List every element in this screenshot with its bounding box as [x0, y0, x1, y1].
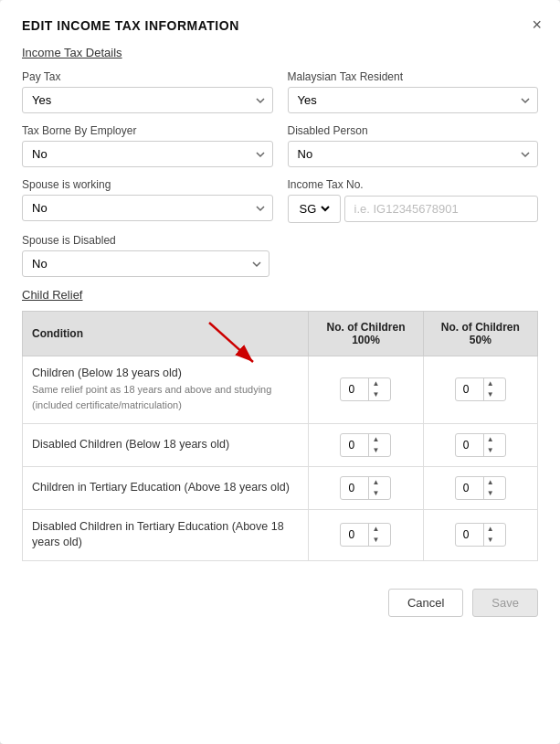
condition-cell: Disabled Children in Tertiary Education …	[23, 509, 309, 560]
children-50-header: No. of Children 50%	[423, 312, 537, 356]
spinner-up-50[interactable]: ▲	[484, 524, 497, 535]
number-input-50-field[interactable]	[456, 478, 483, 498]
spinner-up-50[interactable]: ▲	[484, 477, 497, 488]
spinners-50: ▲ ▼	[483, 477, 497, 499]
spinner-down-100[interactable]: ▼	[369, 445, 382, 456]
spinner-up-100[interactable]: ▲	[369, 434, 382, 445]
condition-text: Children in Tertiary Education (Above 18…	[32, 481, 290, 494]
spouse-working-select[interactable]: No Yes	[22, 195, 273, 221]
disabled-person-select[interactable]: No Yes	[288, 141, 539, 167]
number-input-100: ▲ ▼	[340, 476, 391, 500]
income-tax-prefix-select[interactable]: SG MY	[296, 201, 333, 217]
spouse-working-group: Spouse is working No Yes	[22, 178, 273, 223]
children-100-header: No. of Children 100%	[309, 312, 423, 356]
condition-text: Disabled Children (Below 18 years old)	[32, 438, 229, 451]
spinner-up-50[interactable]: ▲	[484, 378, 497, 389]
child-table-body: Children (Below 18 years old) Same relie…	[23, 356, 538, 561]
condition-text: Children (Below 18 years old)	[32, 367, 182, 379]
spinner-down-100[interactable]: ▼	[369, 488, 382, 499]
footer-buttons: Cancel Save	[22, 579, 538, 617]
spinner-down-50[interactable]: ▼	[484, 488, 497, 499]
close-button[interactable]: ×	[532, 16, 542, 33]
spinner-up-100[interactable]: ▲	[369, 477, 382, 488]
spinners-100: ▲ ▼	[368, 477, 382, 499]
number-input-50-field[interactable]	[456, 435, 483, 455]
spinner-down-50[interactable]: ▼	[484, 445, 497, 456]
number-input-50: ▲ ▼	[455, 377, 506, 401]
spinners-50: ▲ ▼	[483, 378, 497, 400]
condition-cell: Children (Below 18 years old) Same relie…	[23, 356, 309, 424]
child-relief-table: Condition No. of Children 100% No. of Ch…	[22, 311, 538, 561]
spinner-up-100[interactable]: ▲	[369, 524, 382, 535]
number-input-50: ▲ ▼	[455, 476, 506, 500]
table-header-row: Condition No. of Children 100% No. of Ch…	[23, 312, 538, 356]
child-relief-link[interactable]: Child Relief	[22, 288, 82, 302]
number-cell-50: ▲ ▼	[423, 466, 537, 509]
spinners-100: ▲ ▼	[368, 434, 382, 456]
income-tax-no-label: Income Tax No.	[288, 178, 539, 191]
tax-borne-select[interactable]: No Yes	[22, 141, 273, 167]
income-tax-no-group: Income Tax No. SG MY	[288, 178, 539, 223]
form-row-4: Spouse is Disabled No Yes	[22, 234, 538, 277]
income-tax-input-row: SG MY	[288, 195, 539, 223]
condition-header: Condition	[23, 312, 309, 356]
income-tax-text-input[interactable]	[344, 196, 539, 222]
condition-subtext: Same relief point as 18 years and above …	[32, 384, 271, 411]
malaysian-tax-resident-label: Malaysian Tax Resident	[288, 70, 539, 83]
spinner-down-100[interactable]: ▼	[369, 535, 382, 546]
condition-cell: Disabled Children (Below 18 years old)	[23, 423, 309, 466]
spouse-disabled-group: Spouse is Disabled No Yes	[22, 234, 269, 277]
form-row-3: Spouse is working No Yes Income Tax No. …	[22, 178, 538, 223]
table-row: Disabled Children in Tertiary Education …	[23, 509, 538, 560]
number-input-100-field[interactable]	[341, 525, 368, 545]
number-input-100-field[interactable]	[341, 379, 368, 399]
spinners-100: ▲ ▼	[368, 524, 382, 546]
number-cell-100: ▲ ▼	[309, 466, 423, 509]
spinner-down-100[interactable]: ▼	[369, 389, 382, 400]
number-input-50-field[interactable]	[456, 525, 483, 545]
number-input-50-field[interactable]	[456, 379, 483, 399]
number-input-50: ▲ ▼	[455, 433, 506, 457]
number-cell-50: ▲ ▼	[423, 423, 537, 466]
table-row: Children in Tertiary Education (Above 18…	[23, 466, 538, 509]
number-cell-100: ▲ ▼	[309, 509, 423, 560]
number-cell-100: ▲ ▼	[309, 356, 423, 424]
income-tax-prefix: SG MY	[288, 195, 341, 223]
spinner-up-50[interactable]: ▲	[484, 434, 497, 445]
number-input-100: ▲ ▼	[340, 377, 391, 401]
malaysian-tax-resident-select[interactable]: Yes No	[288, 87, 539, 113]
table-row: Children (Below 18 years old) Same relie…	[23, 356, 538, 424]
spouse-working-label: Spouse is working	[22, 178, 273, 191]
spinner-down-50[interactable]: ▼	[484, 389, 497, 400]
number-input-100-field[interactable]	[341, 435, 368, 455]
disabled-person-group: Disabled Person No Yes	[288, 124, 539, 167]
pay-tax-select[interactable]: Yes No	[22, 87, 273, 113]
number-cell-50: ▲ ▼	[423, 509, 537, 560]
pay-tax-group: Pay Tax Yes No	[22, 70, 273, 113]
number-cell-100: ▲ ▼	[309, 423, 423, 466]
condition-cell: Children in Tertiary Education (Above 18…	[23, 466, 309, 509]
spinner-up-100[interactable]: ▲	[369, 378, 382, 389]
save-button[interactable]: Save	[472, 589, 538, 617]
income-tax-details-link[interactable]: Income Tax Details	[22, 46, 122, 59]
modal-title: EDIT INCOME TAX INFORMATION	[22, 18, 538, 33]
number-input-100-field[interactable]	[341, 478, 368, 498]
disabled-person-label: Disabled Person	[288, 124, 539, 137]
spouse-disabled-select[interactable]: No Yes	[22, 250, 269, 277]
spinner-down-50[interactable]: ▼	[484, 535, 497, 546]
number-input-50: ▲ ▼	[455, 523, 506, 547]
form-row-2: Tax Borne By Employer No Yes Disabled Pe…	[22, 124, 538, 167]
child-relief-section: Child Relief Condition No. of Children 1…	[22, 288, 538, 561]
number-cell-50: ▲ ▼	[423, 356, 537, 424]
spinners-100: ▲ ▼	[368, 378, 382, 400]
cancel-button[interactable]: Cancel	[388, 589, 463, 617]
tax-borne-label: Tax Borne By Employer	[22, 124, 273, 137]
spouse-disabled-label: Spouse is Disabled	[22, 234, 269, 247]
form-row-1: Pay Tax Yes No Malaysian Tax Resident Ye…	[22, 70, 538, 113]
edit-income-tax-modal: EDIT INCOME TAX INFORMATION × Income Tax…	[0, 0, 560, 744]
number-input-100: ▲ ▼	[340, 523, 391, 547]
pay-tax-label: Pay Tax	[22, 70, 273, 83]
table-row: Disabled Children (Below 18 years old) ▲…	[23, 423, 538, 466]
condition-text: Disabled Children in Tertiary Education …	[32, 520, 284, 549]
malaysian-tax-resident-group: Malaysian Tax Resident Yes No	[288, 70, 539, 113]
